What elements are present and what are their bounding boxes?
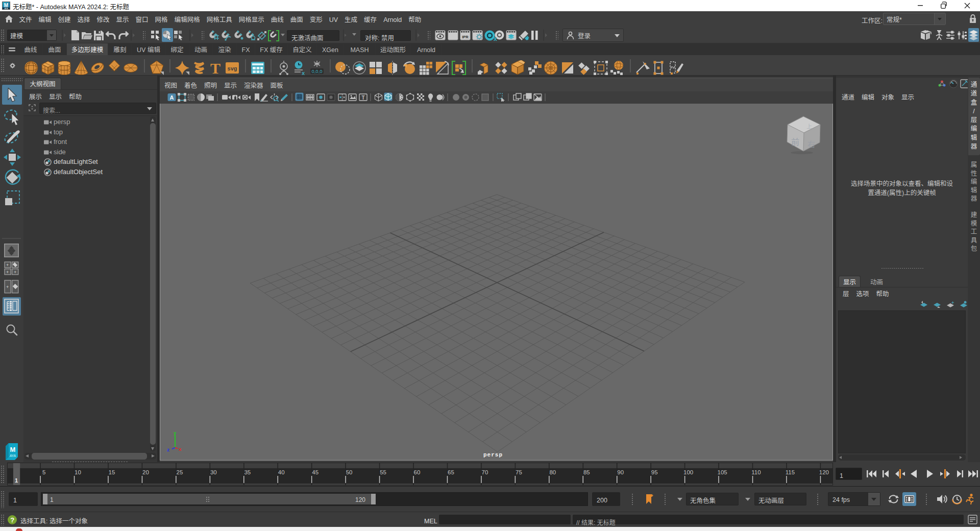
- svg-text:+: +: [951, 300, 954, 305]
- svg-text:60: 60: [414, 469, 421, 475]
- svg-text:前: 前: [791, 135, 799, 148]
- svg-text:20: 20: [142, 469, 149, 475]
- svg-text:120: 120: [819, 469, 829, 475]
- svg-text:25: 25: [177, 469, 183, 475]
- svg-text:+: +: [14, 270, 16, 275]
- svg-text:右: 右: [807, 138, 815, 149]
- svg-text:95: 95: [651, 469, 658, 475]
- svg-text:45: 45: [312, 469, 318, 475]
- svg-text:55: 55: [380, 469, 386, 475]
- svg-text:+: +: [6, 270, 9, 275]
- svg-text:115: 115: [786, 469, 795, 475]
- svg-text:5: 5: [42, 469, 45, 475]
- svg-text:100: 100: [683, 469, 693, 475]
- svg-text:105: 105: [718, 469, 727, 475]
- svg-text:T: T: [210, 60, 220, 76]
- svg-text:svg: svg: [227, 65, 237, 71]
- svg-text:1: 1: [15, 477, 18, 484]
- svg-text:40: 40: [278, 469, 285, 475]
- svg-text:50: 50: [346, 469, 353, 475]
- svg-text:T: T: [361, 95, 364, 101]
- svg-text:35: 35: [244, 469, 251, 475]
- svg-text:M: M: [10, 446, 16, 453]
- svg-text:AYA: AYA: [10, 454, 16, 457]
- svg-text:80: 80: [549, 469, 556, 475]
- svg-text:x: x: [494, 35, 497, 41]
- svg-text:110: 110: [751, 469, 761, 475]
- svg-text:x: x: [302, 70, 305, 76]
- svg-text:65: 65: [448, 469, 454, 475]
- svg-text:85: 85: [583, 469, 590, 475]
- svg-text:y: y: [174, 431, 177, 436]
- svg-text:15: 15: [109, 469, 115, 475]
- svg-text:75: 75: [516, 469, 522, 475]
- svg-text:+: +: [6, 262, 9, 268]
- svg-text:上: 上: [806, 122, 812, 130]
- svg-text:IPR: IPR: [462, 35, 469, 39]
- svg-text:30: 30: [210, 469, 217, 475]
- svg-text:70: 70: [482, 469, 488, 475]
- svg-text:A: A: [170, 94, 174, 101]
- svg-text:0,0,0: 0,0,0: [311, 68, 322, 74]
- svg-text:90: 90: [617, 469, 624, 475]
- svg-text:x: x: [179, 447, 182, 452]
- svg-text:10: 10: [75, 469, 81, 475]
- svg-text:+: +: [6, 284, 9, 289]
- svg-text:AYA: AYA: [5, 8, 8, 10]
- svg-text:z: z: [167, 448, 169, 452]
